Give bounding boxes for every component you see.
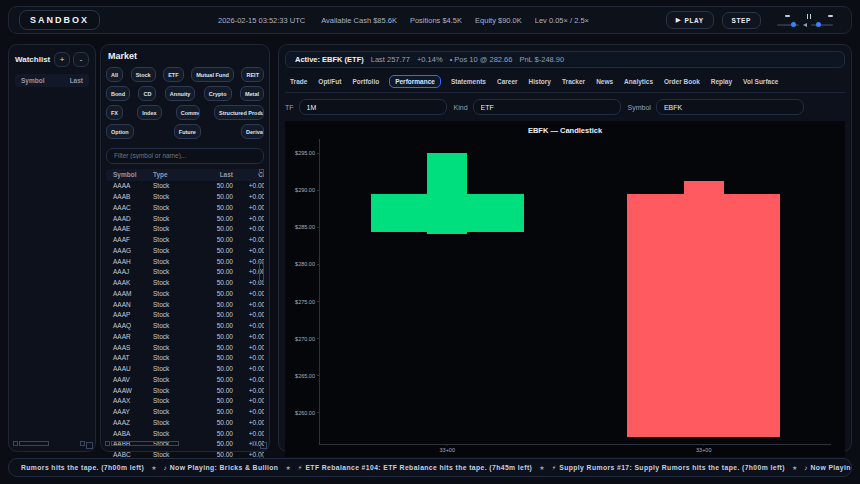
volume-icon [803,23,807,27]
market-table-row[interactable]: AAARStock50.00+0.00% [106,331,264,342]
market-table-row[interactable]: AAAUStock50.00+0.00% [106,363,264,374]
market-table-row[interactable]: AAANStock50.00+0.00% [106,299,264,310]
category-chip-structured-product[interactable]: Structured Product [214,105,264,120]
category-chip-crypto[interactable]: Crypto [204,86,232,101]
category-chip-bond[interactable]: Bond [106,86,130,101]
market-table-row[interactable]: AAASStock50.00+0.00% [106,342,264,353]
category-chip-future[interactable]: Future [174,124,201,139]
market-cell-last: 50.00 [195,376,233,383]
watchlist-add-button[interactable]: + [54,52,70,67]
star-separator-icon: ★ [792,464,797,471]
tab-news[interactable]: News [595,76,614,87]
tab-performance[interactable]: Performance [389,75,441,88]
field-input-tf[interactable] [299,99,447,115]
speed-down-icon[interactable] [785,15,790,17]
category-chip-index[interactable]: Index [137,105,161,120]
volume-slider[interactable] [811,24,833,26]
market-col-type: Type [153,171,195,178]
category-chip-metal[interactable]: Metal [240,86,264,101]
play-button[interactable]: ▶PLAY [666,11,714,29]
market-table-row[interactable]: AAAEStock50.00+0.00% [106,224,264,235]
market-table-row[interactable]: AAAWStock50.00+0.00% [106,385,264,396]
account-stats: Available Cash $85.6KPositions $4.5KEqui… [321,16,589,25]
market-table-row[interactable]: AAAJStock50.00+0.00% [106,267,264,278]
market-cell-symbol: AAAK [113,279,153,286]
watchlist-remove-button[interactable]: - [73,52,89,67]
pause-icon[interactable] [807,14,812,19]
market-table-row[interactable]: AAAYStock50.00+0.00% [106,406,264,417]
market-table-row[interactable]: AAABStock50.00+0.00% [106,191,264,202]
market-table-row[interactable]: AAAMStock50.00+0.00% [106,288,264,299]
market-cell-symbol: AABA [113,430,153,437]
category-chip-commodity[interactable]: Commodity [176,105,200,120]
speed-slider[interactable] [777,24,799,26]
field-label-kind: Kind [454,104,468,111]
market-table-row[interactable]: AAATStock50.00+0.00% [106,353,264,364]
market-filter-input[interactable] [106,148,264,164]
market-table-row[interactable]: AAADStock50.00+0.00% [106,213,264,224]
category-chip-stock[interactable]: Stock [131,67,156,82]
market-cell-last: 50.00 [195,354,233,361]
market-table-row[interactable]: AAAKStock50.00+0.00% [106,277,264,288]
category-chip-derivative[interactable]: Derivative [241,124,264,139]
y-tick-label: $280.00 [295,261,315,267]
tab-career[interactable]: Career [496,76,519,87]
market-table-row[interactable]: AAAAStock50.00+0.00% [106,181,264,192]
market-table-row[interactable]: AAAQStock50.00+0.00% [106,320,264,331]
market-cell-type: Stock [153,387,195,394]
tab-history[interactable]: History [528,76,552,87]
watchlist-hscrollbar[interactable] [13,441,85,446]
category-chip-mutual-fund[interactable]: Mutual Fund [191,67,234,82]
category-chip-fx[interactable]: FX [106,105,123,120]
market-vscrollbar-thumb[interactable] [259,261,264,283]
main-panel: Active: EBFK (ETF) Last 257.77 +0.14% • … [278,44,852,452]
market-table-row[interactable]: AAACStock50.00+0.00% [106,202,264,213]
tab-order-book[interactable]: Order Book [663,76,701,87]
market-vscrollbar[interactable] [259,169,264,461]
market-cell-last: 50.00 [195,333,233,340]
watchlist-resize-handle[interactable] [86,442,93,449]
market-table-row[interactable]: AAAFStock50.00+0.00% [106,234,264,245]
market-cell-type: Stock [153,290,195,297]
category-chip-reit[interactable]: REIT [241,67,264,82]
market-table-row[interactable]: AAAGStock50.00+0.00% [106,245,264,256]
category-chip-cd[interactable]: CD [138,86,156,101]
category-chip-etf[interactable]: ETF [163,67,183,82]
topbar-controls: ▶PLAY STEP [666,11,841,29]
step-button[interactable]: STEP [722,12,761,29]
music-note-icon: ♪ [164,464,167,471]
tab-portfolio[interactable]: Portfolio [351,76,380,87]
market-resize-handle[interactable] [260,442,267,449]
tab-vol-surface[interactable]: Vol Surface [742,76,779,87]
app-root: SANDBOX 2026-02-15 03:52:33 UTC Availabl… [0,0,860,484]
market-table-row[interactable]: AAAVStock50.00+0.00% [106,374,264,385]
market-table-row[interactable]: AABAStock50.00+0.00% [106,428,264,439]
market-cell-type: Stock [153,268,195,275]
y-tick-label: $290.00 [295,187,315,193]
volume-slider-thumb[interactable] [816,22,821,27]
speed-slider-thumb[interactable] [791,22,796,27]
field-input-symbol[interactable] [656,99,804,115]
market-hscrollbar[interactable] [105,441,257,446]
market-table-row[interactable]: AAAZStock50.00+0.00% [106,417,264,428]
account-stat: Positions $4.5K [410,16,462,25]
field-input-kind[interactable] [473,99,621,115]
market-table-row[interactable]: AAAXStock50.00+0.00% [106,396,264,407]
speed-up-icon[interactable] [828,15,833,17]
category-chip-annuity[interactable]: Annuity [165,86,195,101]
market-cell-last: 50.00 [195,204,233,211]
tab-opt-fut[interactable]: Opt/Fut [317,76,342,87]
y-tick-mark [317,338,320,339]
tab-tracker[interactable]: Tracker [561,76,586,87]
tab-replay[interactable]: Replay [710,76,733,87]
market-table-row[interactable]: AAAPStock50.00+0.00% [106,310,264,321]
category-chip-option[interactable]: Option [106,124,134,139]
market-table-row[interactable]: AAAHStock50.00+0.00% [106,256,264,267]
market-cell-last: 50.00 [195,290,233,297]
category-chip-all[interactable]: All [106,67,123,82]
tab-analytics[interactable]: Analytics [623,76,654,87]
tab-trade[interactable]: Trade [289,76,308,87]
market-cell-last: 50.00 [195,268,233,275]
tab-statements[interactable]: Statements [450,76,487,87]
field-label-tf: TF [285,104,294,111]
